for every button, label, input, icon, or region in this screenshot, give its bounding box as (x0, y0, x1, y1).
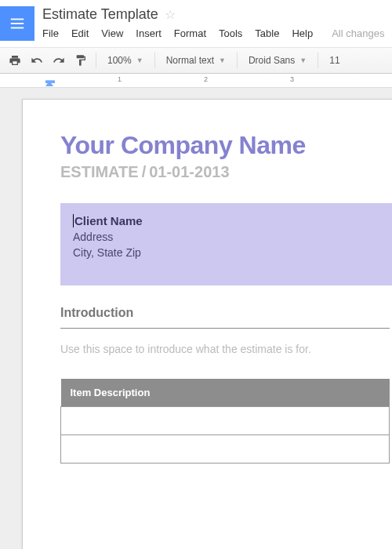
redo-icon[interactable] (52, 53, 66, 67)
zoom-combo[interactable]: 100%▼ (104, 55, 147, 66)
ruler[interactable]: ▬ 1 2 3 (0, 74, 392, 88)
toolbar: 100%▼ Normal text▼ Droid Sans▼ 11 (0, 47, 392, 74)
svg-rect-1 (11, 23, 24, 24)
ruler-tick: 2 (204, 75, 208, 83)
undo-icon[interactable] (30, 53, 44, 67)
estimate-line[interactable]: ESTIMATE/01-01-2013 (60, 163, 392, 181)
separator (96, 53, 96, 68)
estimate-label: ESTIMATE (60, 163, 139, 180)
client-city[interactable]: City, State Zip (73, 246, 385, 259)
star-icon[interactable]: ☆ (165, 7, 176, 22)
menu-tools[interactable]: Tools (219, 27, 242, 39)
print-icon[interactable] (8, 53, 22, 67)
client-address[interactable]: Address (73, 231, 385, 243)
col-item-description[interactable]: Item Description (61, 379, 390, 407)
chevron-down-icon: ▼ (219, 56, 226, 64)
chevron-down-icon: ▼ (299, 56, 307, 64)
style-value: Normal text (166, 55, 214, 66)
menu-table[interactable]: Table (255, 27, 279, 39)
item-table[interactable]: Item Description (60, 379, 390, 464)
zoom-value: 100% (107, 55, 132, 66)
docs-app-icon[interactable] (0, 6, 34, 41)
table-row[interactable] (61, 435, 390, 464)
table-row[interactable] (61, 407, 390, 435)
document-canvas[interactable]: Your Company Name ESTIMATE/01-01-2013 Cl… (0, 88, 392, 549)
svg-rect-0 (11, 19, 24, 20)
intro-body[interactable]: Use this space to introduce what the est… (60, 343, 392, 355)
chevron-down-icon: ▼ (136, 56, 143, 64)
menu-insert[interactable]: Insert (136, 27, 162, 39)
title-bar: Estimate Template ☆ File Edit View Inser… (0, 0, 392, 41)
separator (318, 53, 318, 68)
menu-edit[interactable]: Edit (71, 27, 89, 39)
client-box[interactable]: Client Name Address City, State Zip (60, 203, 392, 285)
size-combo[interactable]: 11 (326, 55, 343, 66)
company-name[interactable]: Your Company Name (60, 131, 392, 160)
intro-rule (60, 328, 390, 329)
font-combo[interactable]: Droid Sans▼ (245, 55, 310, 66)
client-name[interactable]: Client Name (73, 214, 385, 227)
style-combo[interactable]: Normal text▼ (163, 55, 229, 66)
paint-format-icon[interactable] (74, 53, 88, 67)
font-value: Droid Sans (249, 55, 295, 66)
menu-bar: File Edit View Insert Format Tools Table… (42, 27, 392, 39)
size-value: 11 (329, 55, 339, 66)
menu-view[interactable]: View (101, 27, 123, 39)
estimate-date: 01-01-2013 (149, 163, 229, 180)
ruler-tick: 3 (290, 75, 294, 83)
intro-heading[interactable]: Introduction (60, 306, 392, 320)
svg-rect-2 (11, 27, 24, 29)
save-status: All changes (332, 27, 384, 39)
ruler-tick: 1 (118, 75, 122, 83)
separator (237, 53, 238, 68)
slash: / (142, 163, 147, 180)
menu-help[interactable]: Help (292, 27, 313, 39)
menu-file[interactable]: File (42, 27, 59, 39)
table-header-row: Item Description (61, 379, 390, 407)
menu-format[interactable]: Format (174, 27, 206, 39)
indent-marker-bottom-icon[interactable] (45, 81, 53, 86)
document-title[interactable]: Estimate Template (42, 6, 158, 23)
page[interactable]: Your Company Name ESTIMATE/01-01-2013 Cl… (22, 99, 392, 549)
separator (154, 53, 155, 68)
